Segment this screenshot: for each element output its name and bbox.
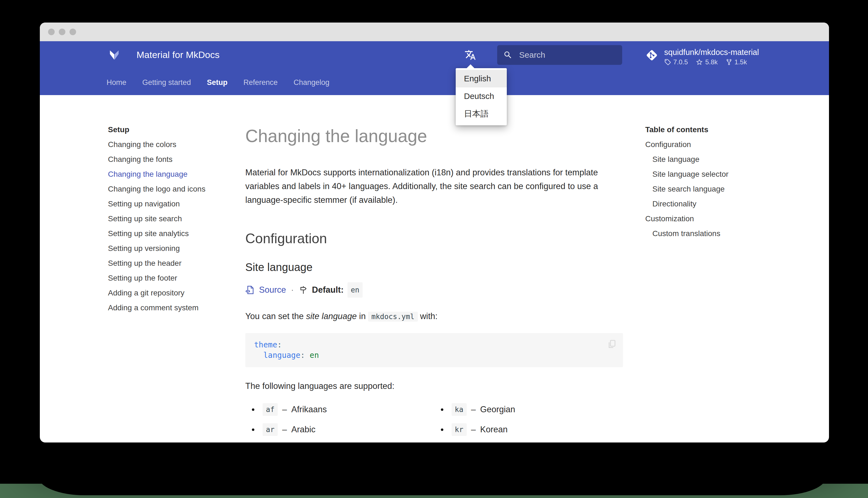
git-icon xyxy=(646,49,658,62)
toc-item[interactable]: Customization xyxy=(645,211,810,226)
app-header: Material for MkDocs squ xyxy=(40,41,829,95)
nav-tab[interactable]: Home xyxy=(107,78,126,87)
mkdocs-yml-chip: mkdocs.yml xyxy=(368,312,418,322)
toc-item[interactable]: Site search language xyxy=(645,182,810,197)
copy-icon[interactable] xyxy=(607,339,617,349)
nav-tab[interactable]: Changelog xyxy=(294,78,330,87)
language-name: Arabic xyxy=(291,424,316,435)
search-icon xyxy=(503,50,513,60)
language-name: Afrikaans xyxy=(291,404,327,415)
toc-item[interactable]: Site language xyxy=(645,152,810,167)
window-minimize-button[interactable] xyxy=(59,29,65,35)
window-close-button[interactable] xyxy=(48,29,55,35)
nav-tab[interactable]: Getting started xyxy=(142,78,191,87)
source-default-line: Source · Default: en xyxy=(245,282,623,298)
intro-paragraph: Material for MkDocs supports internation… xyxy=(245,166,623,207)
dash: – xyxy=(471,424,476,435)
fork-icon xyxy=(725,58,733,66)
toc-title: Table of contents xyxy=(645,122,810,137)
milestone-icon xyxy=(299,285,308,294)
language-code-chip: ka xyxy=(451,403,467,416)
translate-icon[interactable] xyxy=(464,49,476,61)
language-menu-item[interactable]: Deutsch xyxy=(456,88,507,105)
nav-tab[interactable]: Reference xyxy=(243,78,278,87)
repo-forks: 1.5k xyxy=(734,58,747,66)
dropdown-arrow xyxy=(467,64,474,68)
language-menu: English Deutsch 日本語 xyxy=(456,68,507,125)
sidebar-item[interactable]: Setting up site analytics xyxy=(108,226,240,241)
repo-version: 7.0.5 xyxy=(673,58,688,66)
configuration-heading: Configuration xyxy=(245,230,623,247)
sidebar-item[interactable]: Setting up the header xyxy=(108,256,240,271)
repo-stats: 7.0.5 5.8k xyxy=(664,58,759,66)
separator-dot: · xyxy=(290,283,295,297)
repo-link[interactable]: squidfunk/mkdocs-material 7.0.5 xyxy=(646,47,759,66)
language-code-chip: kr xyxy=(451,423,467,436)
language-list-item: af – Afrikaans xyxy=(245,403,434,416)
language-name: Georgian xyxy=(480,404,515,415)
repo-version-stat: 7.0.5 xyxy=(664,58,688,66)
toc-item[interactable]: Site language selector xyxy=(645,167,810,182)
set-language-paragraph: You can set the site language in mkdocs.… xyxy=(245,310,623,324)
sidebar-item[interactable]: Setting up site search xyxy=(108,211,240,226)
sidebar-item[interactable]: Changing the logo and icons xyxy=(108,182,240,197)
desktop-background: Material for MkDocs squ xyxy=(0,0,868,498)
default-label: Default: xyxy=(312,283,344,297)
article: Changing the language Material for MkDoc… xyxy=(245,125,623,443)
supported-paragraph: The following languages are supported: xyxy=(245,379,623,393)
repo-stars-stat: 5.8k xyxy=(695,58,718,66)
source-link[interactable]: Source xyxy=(259,283,286,297)
page-title: Changing the language xyxy=(245,125,623,147)
sidebar-item[interactable]: Changing the language xyxy=(108,167,240,182)
site-title[interactable]: Material for MkDocs xyxy=(136,49,219,61)
sidebar-item[interactable]: Adding a comment system xyxy=(108,300,240,315)
star-icon xyxy=(695,58,703,66)
language-list-item: ka – Georgian xyxy=(434,403,623,416)
toc-item[interactable]: Configuration xyxy=(645,137,810,152)
nav-tab[interactable]: Setup xyxy=(207,78,228,87)
sidebar-item[interactable]: Adding a git repository xyxy=(108,286,240,300)
code-content: theme: language: en xyxy=(254,340,614,361)
site-language-emphasis: site language xyxy=(306,311,356,321)
dash: – xyxy=(282,424,287,435)
sidebar-item[interactable]: Setting up the footer xyxy=(108,271,240,286)
dash: – xyxy=(471,404,476,415)
search-bar xyxy=(497,45,622,65)
language-list-item: kr – Korean xyxy=(434,423,623,436)
language-code-chip: af xyxy=(262,403,278,416)
mkdocs-material-logo xyxy=(109,49,120,61)
source-file-icon xyxy=(245,285,255,295)
window-zoom-button[interactable] xyxy=(69,29,76,35)
language-name: Korean xyxy=(480,424,507,435)
window-shadow xyxy=(38,462,827,495)
sidebar-title: Setup xyxy=(108,122,240,137)
tag-icon xyxy=(664,58,671,66)
toc-item[interactable]: Directionality xyxy=(645,197,810,211)
site-language-heading: Site language xyxy=(245,261,623,274)
sidebar-item[interactable]: Changing the fonts xyxy=(108,152,240,167)
repo-forks-stat: 1.5k xyxy=(725,58,747,66)
toc-nav: Table of contents Configuration Site lan… xyxy=(645,122,810,241)
browser-window: Material for MkDocs squ xyxy=(40,23,829,443)
language-list: af – Afrikaans ar – Arabic bg – Bulgaria… xyxy=(245,396,623,443)
dash: – xyxy=(282,404,287,415)
window-titlebar xyxy=(40,23,829,41)
sidebar-item[interactable]: Setting up versioning xyxy=(108,241,240,256)
toc-item[interactable]: Custom translations xyxy=(645,226,810,241)
search-input[interactable] xyxy=(519,50,610,60)
sidebar-nav: Setup Changing the colors Changing the f… xyxy=(108,122,240,315)
default-value-chip: en xyxy=(348,282,363,298)
nav-tabs: Home Getting started Setup Reference Cha… xyxy=(40,70,329,95)
sidebar-item[interactable]: Setting up navigation xyxy=(108,197,240,211)
language-list-col2: ka – Georgian kr – Korean my – Burmese xyxy=(434,396,623,443)
code-block: theme: language: en xyxy=(245,333,623,367)
language-list-col1: af – Afrikaans ar – Arabic bg – Bulgaria… xyxy=(245,396,434,443)
language-menu-item[interactable]: 日本語 xyxy=(456,105,507,122)
language-list-item: ar – Arabic xyxy=(245,423,434,436)
language-code-chip: ar xyxy=(262,423,278,436)
repo-name: squidfunk/mkdocs-material xyxy=(664,47,759,57)
repo-stars: 5.8k xyxy=(705,58,718,66)
sidebar-item[interactable]: Changing the colors xyxy=(108,137,240,152)
language-menu-item[interactable]: English xyxy=(456,70,507,88)
